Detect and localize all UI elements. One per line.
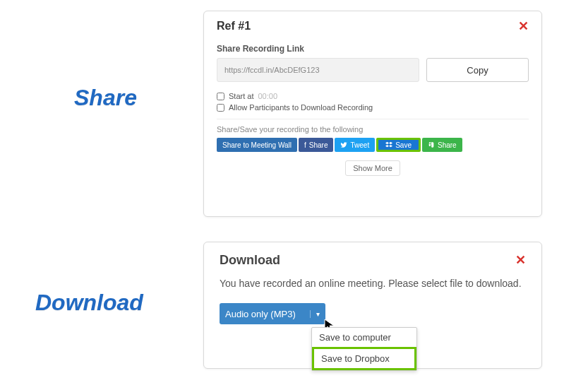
divider <box>217 119 529 119</box>
start-at-row[interactable]: Start at 00:00 <box>217 92 529 100</box>
facebook-share-button[interactable]: f Share <box>299 138 333 152</box>
twitter-icon <box>340 141 347 148</box>
start-at-label: Start at <box>229 92 253 100</box>
save-to-dropbox-item[interactable]: Save to Dropbox <box>312 347 416 370</box>
download-format-label: Audio only (MP3) <box>225 309 296 319</box>
download-section-label: Download <box>35 290 143 316</box>
download-message: You have recorded an online meeting. Ple… <box>220 278 526 289</box>
download-format-dropdown: Audio only (MP3) ▾ Save to computer Save… <box>220 303 332 324</box>
allow-download-checkbox[interactable] <box>217 104 224 112</box>
start-at-checkbox[interactable] <box>217 93 224 100</box>
download-panel-title: Download <box>220 253 280 268</box>
share-panel-title: Ref #1 <box>217 20 251 33</box>
copy-button[interactable]: Copy <box>426 58 529 82</box>
show-more-button[interactable]: Show More <box>345 160 400 176</box>
dropbox-icon <box>385 141 392 148</box>
download-format-button[interactable]: Audio only (MP3) ▾ <box>220 303 325 324</box>
save-to-computer-item[interactable]: Save to computer <box>312 328 416 347</box>
close-icon[interactable]: ✕ <box>518 18 529 34</box>
share-meeting-wall-button[interactable]: Share to Meeting Wall <box>217 138 297 152</box>
dropbox-save-button[interactable]: Save <box>376 138 421 152</box>
twitter-tweet-label: Tweet <box>350 141 369 149</box>
share-link-label: Share Recording Link <box>217 44 529 54</box>
start-at-time: 00:00 <box>258 92 277 100</box>
download-panel: Download ✕ You have recorded an online m… <box>203 242 542 369</box>
share-panel: Ref #1 ✕ Share Recording Link Copy Start… <box>203 11 542 217</box>
share-section-label: Share <box>74 85 137 111</box>
evernote-icon <box>428 141 435 148</box>
download-save-menu: Save to computer Save to Dropbox <box>311 327 417 371</box>
social-share-row: Share to Meeting Wall f Share Tweet Save… <box>217 138 529 152</box>
facebook-icon: f <box>304 141 306 149</box>
twitter-tweet-button[interactable]: Tweet <box>335 138 375 152</box>
allow-download-row[interactable]: Allow Participants to Download Recording <box>217 103 529 112</box>
evernote-share-label: Share <box>438 141 457 149</box>
facebook-share-label: Share <box>309 141 328 149</box>
chevron-down-icon: ▾ <box>310 310 320 318</box>
share-link-input[interactable] <box>217 58 419 82</box>
evernote-share-button[interactable]: Share <box>422 138 462 152</box>
close-icon[interactable]: ✕ <box>515 252 526 268</box>
share-save-note: Share/Save your recording to the followi… <box>217 125 529 134</box>
dropbox-save-label: Save <box>395 141 412 149</box>
allow-download-label: Allow Participants to Download Recording <box>229 103 373 112</box>
